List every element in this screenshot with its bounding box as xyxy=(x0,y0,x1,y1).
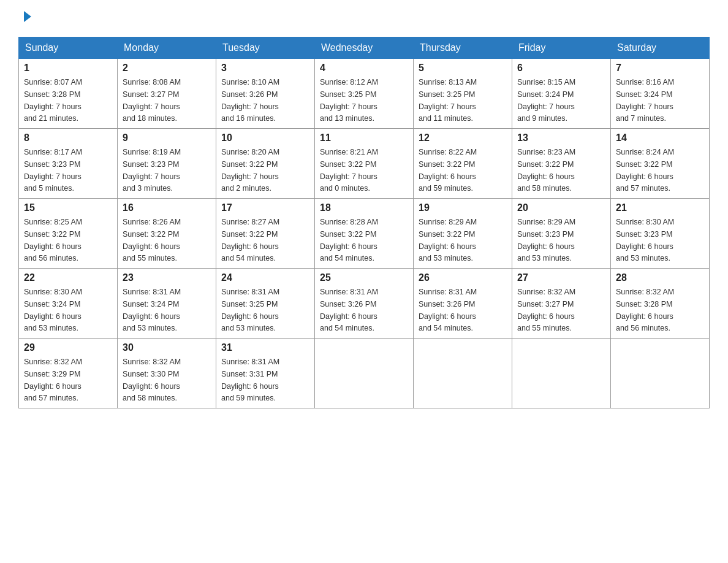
day-number: 22 xyxy=(24,272,112,283)
day-number: 19 xyxy=(419,202,507,213)
table-row: 22Sunrise: 8:30 AMSunset: 3:24 PMDayligh… xyxy=(19,269,118,339)
day-info: Sunrise: 8:17 AMSunset: 3:23 PMDaylight:… xyxy=(24,148,82,193)
day-info: Sunrise: 8:24 AMSunset: 3:22 PMDaylight:… xyxy=(616,148,674,193)
calendar-week-row: 8Sunrise: 8:17 AMSunset: 3:23 PMDaylight… xyxy=(19,129,710,199)
table-row: 25Sunrise: 8:31 AMSunset: 3:26 PMDayligh… xyxy=(315,269,414,339)
col-monday: Monday xyxy=(118,37,216,59)
table-row: 30Sunrise: 8:32 AMSunset: 3:30 PMDayligh… xyxy=(118,339,216,408)
day-info: Sunrise: 8:30 AMSunset: 3:24 PMDaylight:… xyxy=(24,288,82,332)
day-info: Sunrise: 8:16 AMSunset: 3:24 PMDaylight:… xyxy=(616,78,674,123)
day-number: 17 xyxy=(221,202,309,213)
table-row: 31Sunrise: 8:31 AMSunset: 3:31 PMDayligh… xyxy=(216,339,315,408)
table-row: 3Sunrise: 8:10 AMSunset: 3:26 PMDaylight… xyxy=(216,59,315,129)
calendar-table: Sunday Monday Tuesday Wednesday Thursday… xyxy=(18,37,710,408)
col-wednesday: Wednesday xyxy=(315,37,414,59)
col-friday: Friday xyxy=(512,37,611,59)
day-info: Sunrise: 8:27 AMSunset: 3:22 PMDaylight:… xyxy=(221,218,279,262)
day-number: 1 xyxy=(24,63,112,74)
logo xyxy=(18,12,34,25)
svg-marker-0 xyxy=(24,11,31,22)
day-info: Sunrise: 8:08 AMSunset: 3:27 PMDaylight:… xyxy=(123,78,181,123)
day-number: 5 xyxy=(419,63,507,74)
day-info: Sunrise: 8:31 AMSunset: 3:26 PMDaylight:… xyxy=(320,288,378,332)
day-number: 24 xyxy=(221,272,309,283)
day-info: Sunrise: 8:31 AMSunset: 3:31 PMDaylight:… xyxy=(221,358,279,402)
table-row: 12Sunrise: 8:22 AMSunset: 3:22 PMDayligh… xyxy=(414,129,512,199)
table-row: 2Sunrise: 8:08 AMSunset: 3:27 PMDaylight… xyxy=(118,59,216,129)
table-row: 21Sunrise: 8:30 AMSunset: 3:23 PMDayligh… xyxy=(611,199,710,269)
day-info: Sunrise: 8:25 AMSunset: 3:22 PMDaylight:… xyxy=(24,218,82,262)
day-info: Sunrise: 8:32 AMSunset: 3:27 PMDaylight:… xyxy=(517,288,575,332)
day-number: 14 xyxy=(616,132,704,144)
day-info: Sunrise: 8:13 AMSunset: 3:25 PMDaylight:… xyxy=(419,78,477,123)
day-info: Sunrise: 8:26 AMSunset: 3:22 PMDaylight:… xyxy=(123,218,181,262)
day-number: 28 xyxy=(616,272,704,283)
day-info: Sunrise: 8:31 AMSunset: 3:25 PMDaylight:… xyxy=(221,288,279,332)
day-info: Sunrise: 8:31 AMSunset: 3:26 PMDaylight:… xyxy=(419,288,477,332)
day-info: Sunrise: 8:32 AMSunset: 3:29 PMDaylight:… xyxy=(24,358,82,402)
day-number: 9 xyxy=(123,132,211,144)
col-sunday: Sunday xyxy=(19,37,118,59)
col-saturday: Saturday xyxy=(611,37,710,59)
day-info: Sunrise: 8:20 AMSunset: 3:22 PMDaylight:… xyxy=(221,148,279,193)
calendar-week-row: 15Sunrise: 8:25 AMSunset: 3:22 PMDayligh… xyxy=(19,199,710,269)
day-number: 23 xyxy=(123,272,211,283)
table-row: 13Sunrise: 8:23 AMSunset: 3:22 PMDayligh… xyxy=(512,129,611,199)
day-info: Sunrise: 8:32 AMSunset: 3:30 PMDaylight:… xyxy=(123,358,181,402)
table-row xyxy=(414,339,512,408)
calendar-week-row: 29Sunrise: 8:32 AMSunset: 3:29 PMDayligh… xyxy=(19,339,710,408)
table-row: 19Sunrise: 8:29 AMSunset: 3:22 PMDayligh… xyxy=(414,199,512,269)
table-row: 9Sunrise: 8:19 AMSunset: 3:23 PMDaylight… xyxy=(118,129,216,199)
table-row: 20Sunrise: 8:29 AMSunset: 3:23 PMDayligh… xyxy=(512,199,611,269)
table-row xyxy=(315,339,414,408)
table-row xyxy=(512,339,611,408)
logo-chevron-icon xyxy=(20,10,34,26)
day-number: 16 xyxy=(123,202,211,213)
table-row: 17Sunrise: 8:27 AMSunset: 3:22 PMDayligh… xyxy=(216,199,315,269)
day-number: 30 xyxy=(123,342,211,353)
day-number: 15 xyxy=(24,202,112,213)
day-number: 10 xyxy=(221,132,309,144)
day-info: Sunrise: 8:07 AMSunset: 3:28 PMDaylight:… xyxy=(24,78,82,123)
day-info: Sunrise: 8:21 AMSunset: 3:22 PMDaylight:… xyxy=(320,148,378,193)
calendar-header-row: Sunday Monday Tuesday Wednesday Thursday… xyxy=(19,37,710,59)
day-info: Sunrise: 8:32 AMSunset: 3:28 PMDaylight:… xyxy=(616,288,674,332)
day-number: 21 xyxy=(616,202,704,213)
day-info: Sunrise: 8:23 AMSunset: 3:22 PMDaylight:… xyxy=(517,148,575,193)
day-info: Sunrise: 8:12 AMSunset: 3:25 PMDaylight:… xyxy=(320,78,378,123)
page-header xyxy=(18,12,710,25)
day-number: 12 xyxy=(419,132,507,144)
col-tuesday: Tuesday xyxy=(216,37,315,59)
day-number: 6 xyxy=(517,63,605,74)
table-row: 8Sunrise: 8:17 AMSunset: 3:23 PMDaylight… xyxy=(19,129,118,199)
table-row: 4Sunrise: 8:12 AMSunset: 3:25 PMDaylight… xyxy=(315,59,414,129)
table-row: 23Sunrise: 8:31 AMSunset: 3:24 PMDayligh… xyxy=(118,269,216,339)
day-info: Sunrise: 8:22 AMSunset: 3:22 PMDaylight:… xyxy=(419,148,477,193)
day-info: Sunrise: 8:30 AMSunset: 3:23 PMDaylight:… xyxy=(616,218,674,262)
table-row: 7Sunrise: 8:16 AMSunset: 3:24 PMDaylight… xyxy=(611,59,710,129)
day-info: Sunrise: 8:19 AMSunset: 3:23 PMDaylight:… xyxy=(123,148,181,193)
day-number: 2 xyxy=(123,63,211,74)
table-row xyxy=(611,339,710,408)
table-row: 1Sunrise: 8:07 AMSunset: 3:28 PMDaylight… xyxy=(19,59,118,129)
table-row: 6Sunrise: 8:15 AMSunset: 3:24 PMDaylight… xyxy=(512,59,611,129)
table-row: 11Sunrise: 8:21 AMSunset: 3:22 PMDayligh… xyxy=(315,129,414,199)
table-row: 5Sunrise: 8:13 AMSunset: 3:25 PMDaylight… xyxy=(414,59,512,129)
table-row: 10Sunrise: 8:20 AMSunset: 3:22 PMDayligh… xyxy=(216,129,315,199)
day-number: 27 xyxy=(517,272,605,283)
table-row: 26Sunrise: 8:31 AMSunset: 3:26 PMDayligh… xyxy=(414,269,512,339)
day-info: Sunrise: 8:31 AMSunset: 3:24 PMDaylight:… xyxy=(123,288,181,332)
table-row: 24Sunrise: 8:31 AMSunset: 3:25 PMDayligh… xyxy=(216,269,315,339)
day-number: 29 xyxy=(24,342,112,353)
day-number: 20 xyxy=(517,202,605,213)
calendar-week-row: 1Sunrise: 8:07 AMSunset: 3:28 PMDaylight… xyxy=(19,59,710,129)
day-number: 11 xyxy=(320,132,408,144)
table-row: 14Sunrise: 8:24 AMSunset: 3:22 PMDayligh… xyxy=(611,129,710,199)
day-info: Sunrise: 8:10 AMSunset: 3:26 PMDaylight:… xyxy=(221,78,279,123)
day-number: 4 xyxy=(320,63,408,74)
col-thursday: Thursday xyxy=(414,37,512,59)
day-number: 8 xyxy=(24,132,112,144)
day-number: 13 xyxy=(517,132,605,144)
day-info: Sunrise: 8:29 AMSunset: 3:23 PMDaylight:… xyxy=(517,218,575,262)
table-row: 28Sunrise: 8:32 AMSunset: 3:28 PMDayligh… xyxy=(611,269,710,339)
